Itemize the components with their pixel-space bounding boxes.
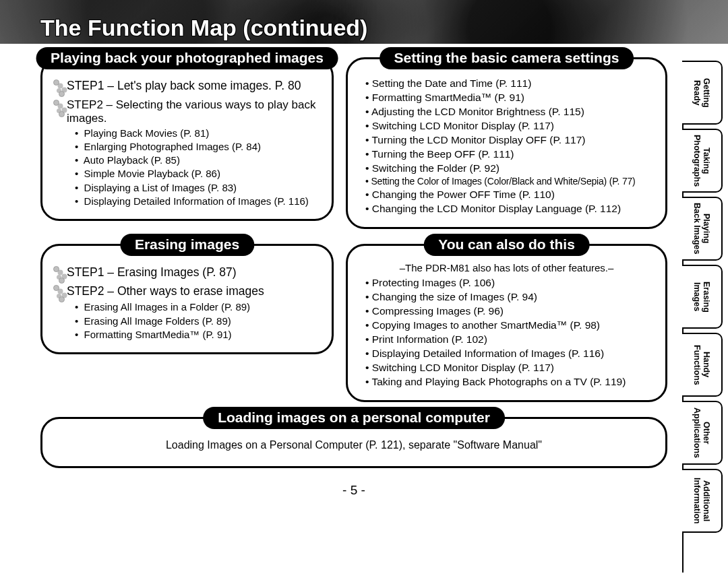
tab-label: Erasing Images	[692, 282, 712, 313]
tab-label: Other Applications	[692, 408, 712, 458]
list-item: Turning the LCD Monitor Display OFF (P. …	[365, 133, 653, 148]
list-item: Displaying Detailed Information of Image…	[75, 195, 320, 208]
step1: STEP1 – Let's play back some images. P. …	[55, 78, 320, 94]
panel-playing-back: Playing back your photographed images ST…	[40, 57, 334, 221]
tab-label: Handy Functions	[692, 345, 712, 385]
panel-erasing: Erasing images STEP1 – Erasing Images (P…	[40, 244, 334, 354]
list-item: Changing the size of Images (P. 94)	[365, 290, 653, 304]
list-item: Simple Movie Playback (P. 86)	[75, 167, 320, 181]
side-tabs: Getting Ready Taking Photographs Playing…	[682, 61, 723, 573]
list-item: Erasing All Image Folders (P. 89)	[75, 315, 320, 328]
playing-back-list: Playing Back Movies (P. 81) Enlarging Ph…	[55, 127, 320, 209]
list-item: Adjusting the LCD Monitor Brightness (P.…	[365, 105, 653, 119]
panel-loading: Loading images on a personal computer Lo…	[40, 417, 667, 468]
list-item: Taking and Playing Back Photographs on a…	[365, 375, 653, 389]
list-item: Formatting SmartMedia™ (P. 91)	[365, 91, 653, 105]
step1-text: STEP1 – Let's play back some images. P. …	[67, 79, 301, 92]
step2: STEP2 – Other ways to erase images	[55, 284, 320, 300]
panel-title: Playing back your photographed images	[36, 47, 338, 69]
tab-label: Additional Information	[692, 478, 712, 524]
tab-label: Playing Back Images	[692, 203, 712, 254]
list-item: Enlarging Photographed Images (P. 84)	[75, 140, 320, 154]
list-item: Compressing Images (P. 96)	[365, 304, 653, 319]
tab-additional-information[interactable]: Additional Information	[682, 469, 723, 533]
list-item: Switching LCD Monitor Display (P. 117)	[365, 119, 653, 133]
list-item: Turning the Beep OFF (P. 111)	[365, 148, 653, 162]
step2-text: STEP2 – Selecting the various ways to pl…	[67, 98, 315, 125]
panel-title: Erasing images	[120, 234, 254, 256]
list-item: Auto Playback (P. 85)	[75, 154, 320, 167]
panel-title: You can also do this	[423, 234, 590, 256]
tab-taking-photographs[interactable]: Taking Photographs	[682, 129, 723, 193]
tab-getting-ready[interactable]: Getting Ready	[682, 61, 723, 125]
tab-label: Getting Ready	[692, 78, 712, 108]
tab-erasing-images[interactable]: Erasing Images	[682, 265, 723, 329]
tab-playing-back-images[interactable]: Playing Back Images	[682, 197, 723, 261]
beads-icon	[53, 266, 67, 284]
erasing-list: Erasing All Images in a Folder (P. 89) E…	[55, 300, 320, 341]
page-title: The Function Map (continued)	[40, 15, 647, 46]
main-content: Playing back your photographed images ST…	[40, 57, 667, 498]
list-item: Print Information (P. 102)	[365, 333, 653, 347]
list-item: Switching the Folder (P. 92)	[365, 162, 653, 176]
settings-list: Setting the Date and Time (P. 111) Forma…	[360, 77, 653, 216]
list-item: Setting the Date and Time (P. 111)	[365, 77, 653, 91]
list-item: Changing the Power OFF Time (P. 110)	[365, 188, 653, 202]
loading-body: Loading Images on a Personal Computer (P…	[55, 435, 653, 458]
step1-text: STEP1 – Erasing Images (P. 87)	[67, 265, 237, 279]
step2: STEP2 – Selecting the various ways to pl…	[55, 98, 320, 125]
beads-icon	[53, 285, 67, 302]
list-item: Copying Images to another SmartMedia™ (P…	[365, 319, 653, 333]
tab-label: Taking Photographs	[692, 135, 712, 187]
subnote: –The PDR-M81 also has lots of other feat…	[360, 262, 653, 275]
beads-icon	[53, 100, 67, 117]
tab-handy-functions[interactable]: Handy Functions	[682, 333, 723, 397]
list-item: Formatting SmartMedia™ (P. 91)	[75, 328, 320, 341]
list-item: Setting the Color of Images (Color/Black…	[365, 175, 653, 188]
page-number: - 5 -	[40, 483, 667, 498]
list-item: Playing Back Movies (P. 81)	[75, 127, 320, 140]
list-item: Displaying Detailed Information of Image…	[365, 347, 653, 361]
list-item: Displaying a List of Images (P. 83)	[75, 181, 320, 195]
panel-title: Setting the basic camera settings	[380, 47, 634, 69]
list-item: Changing the LCD Monitor Display Languag…	[365, 202, 653, 216]
panel-title: Loading images on a personal computer	[203, 407, 505, 429]
step1: STEP1 – Erasing Images (P. 87)	[55, 265, 320, 281]
tab-other-applications[interactable]: Other Applications	[682, 401, 723, 465]
list-item: Switching LCD Monitor Display (P. 117)	[365, 361, 653, 375]
list-item: Erasing All Images in a Folder (P. 89)	[75, 300, 320, 314]
panel-settings: Setting the basic camera settings Settin…	[346, 57, 667, 229]
list-item: Protecting Images (P. 106)	[365, 276, 653, 290]
panel-also: You can also do this –The PDR-M81 also h…	[346, 244, 667, 401]
step2-text: STEP2 – Other ways to erase images	[67, 284, 264, 298]
beads-icon	[53, 79, 67, 97]
also-list: Protecting Images (P. 106) Changing the …	[360, 276, 653, 389]
